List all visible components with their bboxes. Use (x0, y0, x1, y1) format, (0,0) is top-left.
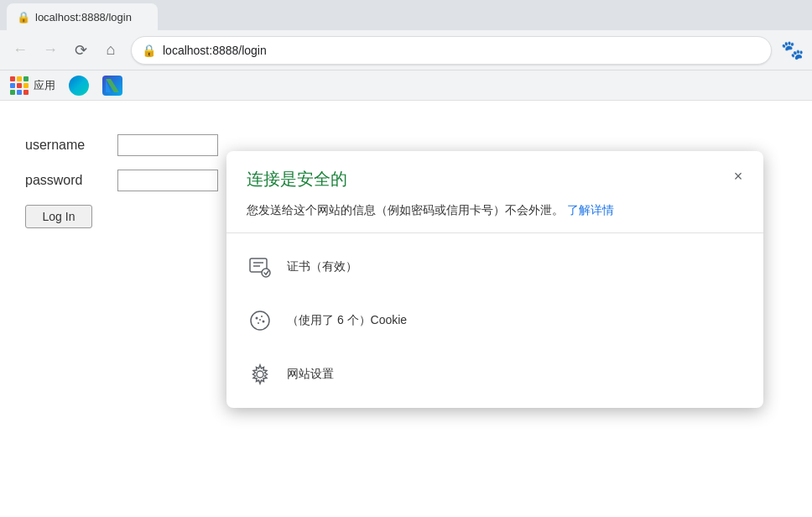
reload-icon: ⟳ (75, 41, 87, 60)
back-button[interactable]: ← (7, 37, 34, 64)
apps-label: 应用 (34, 78, 55, 93)
username-label: username (25, 138, 109, 153)
svg-point-10 (258, 322, 259, 324)
extension-button[interactable]: 🐾 (778, 37, 805, 64)
login-button[interactable]: Log In (25, 205, 92, 228)
lock-icon: 🔒 (142, 44, 156, 57)
bookmarks-bar: 应用 (0, 70, 812, 101)
login-button-row: Log In (25, 205, 218, 228)
svg-point-12 (257, 371, 263, 378)
svg-point-11 (259, 319, 261, 321)
popup-item-cookie[interactable]: （使用了 6 个）Cookie (226, 294, 763, 347)
active-tab[interactable]: 🔒 localhost:8888/login (7, 3, 158, 30)
browser-chrome: 🔒 localhost:8888/login ← → ⟳ ⌂ 🔒 localho… (0, 0, 812, 101)
home-button[interactable]: ⌂ (97, 37, 124, 64)
svg-point-8 (261, 316, 263, 317)
nav-bar: ← → ⟳ ⌂ 🔒 localhost:8888/login 🐾 (0, 30, 812, 70)
certificate-icon (247, 253, 273, 280)
back-icon: ← (13, 41, 28, 59)
bookmark-nd[interactable] (102, 76, 122, 96)
home-icon: ⌂ (107, 41, 116, 59)
cookie-icon (247, 307, 273, 334)
certificate-label: 证书（有效） (287, 259, 357, 274)
popup-item-settings[interactable]: 网站设置 (226, 347, 763, 401)
forward-icon: → (43, 41, 58, 59)
security-popup: 连接是安全的 您发送给这个网站的信息（例如密码或信用卡号）不会外泄。 了解详情 … (226, 151, 763, 408)
popup-item-certificate[interactable]: 证书（有效） (226, 240, 763, 294)
reload-button[interactable]: ⟳ (67, 37, 94, 64)
apps-grid-icon (10, 76, 29, 95)
edge-icon (69, 76, 89, 96)
username-input[interactable] (117, 134, 218, 156)
popup-items-list: 证书（有效） （使用了 6 个）Cookie (226, 233, 763, 408)
popup-title: 连接是安全的 (247, 168, 743, 191)
popup-close-button[interactable]: × (726, 164, 750, 188)
address-text: localhost:8888/login (163, 44, 761, 57)
username-row: username (25, 134, 218, 156)
svg-point-9 (263, 321, 265, 323)
nd-icon (102, 76, 122, 96)
forward-button[interactable]: → (37, 37, 64, 64)
popup-description: 您发送给这个网站的信息（例如密码或信用卡号）不会外泄。 了解详情 (247, 201, 743, 219)
svg-point-3 (262, 269, 270, 277)
bookmark-apps[interactable]: 应用 (10, 76, 55, 95)
baidu-icon: 🐾 (781, 39, 804, 61)
svg-point-7 (256, 317, 258, 320)
popup-header: 连接是安全的 您发送给这个网站的信息（例如密码或信用卡号）不会外泄。 了解详情 … (226, 151, 763, 233)
login-form: username password Log In (25, 134, 218, 228)
password-input[interactable] (117, 170, 218, 191)
bookmark-edge[interactable] (69, 76, 89, 96)
password-label: password (25, 173, 109, 188)
password-row: password (25, 170, 218, 191)
page-content: username password Log In 连接是安全的 您发送给这个网站… (0, 101, 812, 517)
cookie-label: （使用了 6 个）Cookie (287, 313, 407, 328)
tab-bar: 🔒 localhost:8888/login (0, 0, 812, 30)
settings-label: 网站设置 (287, 367, 334, 382)
address-bar[interactable]: 🔒 localhost:8888/login (131, 36, 772, 65)
settings-icon (247, 361, 273, 388)
learn-more-link[interactable]: 了解详情 (567, 203, 614, 217)
